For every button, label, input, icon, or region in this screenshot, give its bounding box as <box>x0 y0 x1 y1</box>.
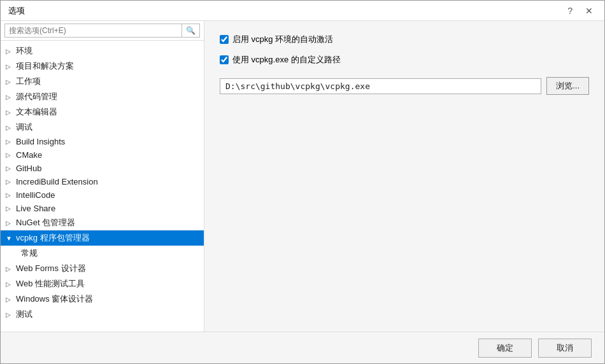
options-dialog: 选项 ? ✕ 🔍 ▷ 环境 ▷ 项目和解决方案 ▷ <box>0 0 605 364</box>
tree-label: Web Forms 设计器 <box>16 263 86 274</box>
tree-item-intellicode[interactable]: ▷ IntelliCode <box>1 188 204 202</box>
tree-label: IntelliCode <box>16 190 55 200</box>
left-panel: 🔍 ▷ 环境 ▷ 项目和解决方案 ▷ 工作项 ▷ 源代码管理 <box>1 21 204 332</box>
tree-label: 常规 <box>21 248 38 259</box>
custom-path-label: 使用 vcpkg.exe 的自定义路径 <box>232 54 341 66</box>
tree-item-liveshare[interactable]: ▷ Live Share <box>1 202 204 215</box>
tree-label: NuGet 包管理器 <box>16 217 75 228</box>
auto-activate-checkbox[interactable] <box>220 35 229 44</box>
tree-item-github[interactable]: ▷ GitHub <box>1 162 204 175</box>
tree-label: 源代码管理 <box>16 91 57 102</box>
arrow-icon: ▷ <box>6 109 13 116</box>
tree-label: 项目和解决方案 <box>16 60 74 72</box>
arrow-icon: ▷ <box>6 48 13 55</box>
tree-item-work[interactable]: ▷ 工作项 <box>1 74 204 89</box>
tree-label: 测试 <box>16 309 32 320</box>
tree-item-env[interactable]: ▷ 环境 <box>1 43 204 59</box>
tree-label: vcpkg 程序包管理器 <box>16 232 90 244</box>
tree-label: GitHub <box>16 164 41 173</box>
tree-list: ▷ 环境 ▷ 项目和解决方案 ▷ 工作项 ▷ 源代码管理 ▷ 文本编辑器 <box>1 41 204 332</box>
arrow-icon: ▼ <box>6 235 13 242</box>
checkbox-row-2: 使用 vcpkg.exe 的自定义路径 <box>220 54 589 66</box>
tree-label: Web 性能测试工具 <box>16 278 85 290</box>
search-button[interactable]: 🔍 <box>182 24 200 38</box>
arrow-icon: ▷ <box>6 78 13 85</box>
arrow-icon: ▷ <box>6 63 13 70</box>
arrow-icon: ▷ <box>6 165 13 172</box>
path-input[interactable] <box>220 78 541 94</box>
tree-item-incredibuild[interactable]: ▷ IncrediBuild Extension <box>1 175 204 188</box>
tree-label: 环境 <box>16 45 32 57</box>
arrow-icon: ▷ <box>6 281 13 288</box>
arrow-icon: ▷ <box>6 178 13 185</box>
tree-item-cmake[interactable]: ▷ CMake <box>1 148 204 162</box>
arrow-icon: ▷ <box>6 138 13 145</box>
tree-item-nuget[interactable]: ▷ NuGet 包管理器 <box>1 215 204 230</box>
arrow-icon: ▷ <box>6 265 13 272</box>
tree-item-webperf[interactable]: ▷ Web 性能测试工具 <box>1 276 204 291</box>
tree-item-vcpkg-general[interactable]: 常规 <box>1 246 204 261</box>
arrow-icon: ▷ <box>6 311 13 318</box>
tree-item-webforms[interactable]: ▷ Web Forms 设计器 <box>1 261 204 276</box>
help-button[interactable]: ? <box>564 4 576 17</box>
arrow-icon: ▷ <box>6 220 13 227</box>
tree-label: Live Share <box>16 204 55 213</box>
search-box: 🔍 <box>1 21 204 41</box>
dialog-title: 选项 <box>8 5 25 17</box>
tree-item-project[interactable]: ▷ 项目和解决方案 <box>1 59 204 74</box>
arrow-icon: ▷ <box>6 151 13 158</box>
tree-label: 文本编辑器 <box>16 106 57 118</box>
arrow-icon: ▷ <box>6 205 13 212</box>
title-bar-controls: ? ✕ <box>564 4 597 17</box>
search-input[interactable] <box>4 24 182 38</box>
tree-item-more[interactable]: ▷ 测试 <box>1 307 204 322</box>
right-panel: 启用 vcpkg 环境的自动激活 使用 vcpkg.exe 的自定义路径 浏览.… <box>204 21 604 332</box>
arrow-icon: ▷ <box>6 296 13 303</box>
tree-label: Build Insights <box>16 137 65 146</box>
arrow-icon: ▷ <box>6 124 13 131</box>
tree-item-source[interactable]: ▷ 源代码管理 <box>1 89 204 104</box>
dialog-footer: 确定 取消 <box>1 332 604 363</box>
tree-label: IncrediBuild Extension <box>16 177 98 186</box>
cancel-button[interactable]: 取消 <box>538 339 592 358</box>
tree-label: 工作项 <box>16 76 41 87</box>
path-row: 浏览... <box>220 77 589 95</box>
arrow-icon: ▷ <box>6 94 13 101</box>
ok-button[interactable]: 确定 <box>478 339 532 358</box>
arrow-icon: ▷ <box>6 192 13 199</box>
custom-path-checkbox[interactable] <box>220 55 229 64</box>
tree-label: 调试 <box>16 122 32 133</box>
browse-button[interactable]: 浏览... <box>546 77 589 95</box>
title-bar: 选项 ? ✕ <box>1 1 604 21</box>
tree-item-windesigner[interactable]: ▷ Windows 窗体设计器 <box>1 291 204 307</box>
tree-item-debug[interactable]: ▷ 调试 <box>1 120 204 135</box>
close-button[interactable]: ✕ <box>581 4 597 17</box>
checkbox-row-1: 启用 vcpkg 环境的自动激活 <box>220 34 589 45</box>
auto-activate-label: 启用 vcpkg 环境的自动激活 <box>232 34 333 45</box>
tree-item-buildinsights[interactable]: ▷ Build Insights <box>1 135 204 148</box>
tree-label: Windows 窗体设计器 <box>16 293 93 305</box>
dialog-body: 🔍 ▷ 环境 ▷ 项目和解决方案 ▷ 工作项 ▷ 源代码管理 <box>1 21 604 332</box>
tree-item-vcpkg[interactable]: ▼ vcpkg 程序包管理器 <box>1 230 204 246</box>
tree-item-editor[interactable]: ▷ 文本编辑器 <box>1 104 204 120</box>
tree-label: CMake <box>16 150 42 160</box>
